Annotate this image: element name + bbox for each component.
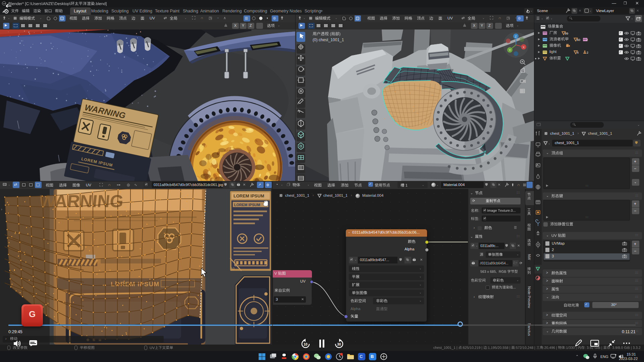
svg-text:LOREM IPSUM: LOREM IPSUM (233, 193, 264, 198)
svg-text:10: 10 (304, 342, 308, 346)
svg-text:Y: Y (509, 49, 511, 52)
svg-text:10: 10 (231, 267, 235, 271)
svg-text:30: 30 (337, 342, 341, 346)
svg-text:X: X (523, 46, 525, 49)
svg-text:Z: Z (515, 35, 517, 38)
svg-text:LOREM IPSUM: LOREM IPSUM (234, 203, 260, 207)
svg-text:›: › (1, 207, 2, 211)
